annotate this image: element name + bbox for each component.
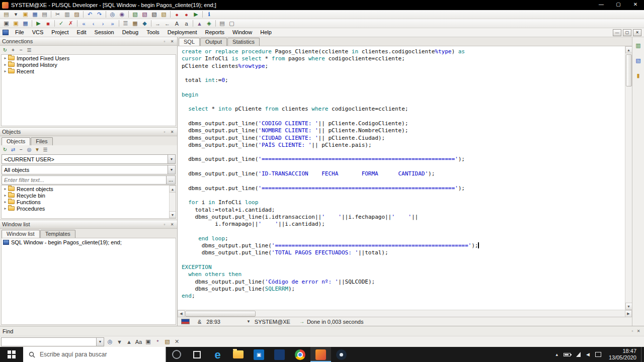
- collapse-node-icon[interactable]: −: [17, 46, 25, 54]
- commit-icon[interactable]: ✓: [56, 20, 66, 28]
- session-window-icon[interactable]: ▣: [2, 20, 11, 28]
- open-file-icon[interactable]: ▣: [11, 20, 21, 28]
- tab-files[interactable]: Files: [31, 137, 52, 145]
- prior-record-icon[interactable]: ‹: [89, 20, 98, 28]
- refresh-icon[interactable]: ↻: [1, 146, 9, 153]
- execute-icon[interactable]: ▶: [34, 20, 43, 28]
- chevron-right-icon[interactable]: ▸: [3, 187, 8, 191]
- window-close-button[interactable]: ✕: [627, 0, 644, 10]
- menu-item-tools[interactable]: Tools: [142, 28, 164, 37]
- connections-tree[interactable]: ▸Imported Fixed Users▸Imported History▸R…: [1, 54, 176, 126]
- tree-item-procedures[interactable]: ▸Procedures: [2, 205, 176, 212]
- compile-icon[interactable]: ▲: [195, 20, 204, 28]
- new-test-window-icon[interactable]: ▧: [159, 11, 169, 19]
- unindent-icon[interactable]: ←: [163, 20, 172, 28]
- menu-item-reports[interactable]: Reports: [201, 28, 229, 37]
- save-icon[interactable]: ▦: [30, 11, 40, 19]
- scroll-down-icon[interactable]: ▼: [169, 211, 176, 218]
- chevron-right-icon[interactable]: ▸: [3, 69, 8, 73]
- regex-icon[interactable]: *: [153, 338, 163, 346]
- find-icon[interactable]: ◎: [108, 11, 117, 19]
- scrollbar-thumb[interactable]: [185, 311, 256, 317]
- cut-icon[interactable]: ✂: [53, 11, 62, 19]
- undo-icon[interactable]: ↶: [85, 11, 95, 19]
- menu-item-help[interactable]: Help: [256, 28, 276, 37]
- debug-icon[interactable]: ◈: [204, 20, 214, 28]
- mdi-minimize-button[interactable]: —: [613, 29, 621, 36]
- chevron-right-icon[interactable]: ▸: [3, 206, 8, 211]
- tab-window-list[interactable]: Window list: [2, 230, 40, 238]
- store-icon[interactable]: ▣: [249, 347, 269, 362]
- taskbar-search[interactable]: Escribe aquí para buscar: [23, 347, 166, 362]
- pin-icon[interactable]: ▫: [162, 130, 168, 134]
- new-sql-window-icon[interactable]: ▧: [130, 11, 140, 19]
- explain-plan-icon[interactable]: ◆: [140, 20, 149, 28]
- sql-window-menu-icon[interactable]: [3, 30, 9, 35]
- find-object-icon[interactable]: ◎: [25, 146, 33, 153]
- tab-objects[interactable]: Objects: [2, 137, 30, 145]
- window-maximize-button[interactable]: ▢: [610, 0, 627, 10]
- objects-scrollbar[interactable]: ▲ ▼: [169, 186, 176, 218]
- last-record-icon[interactable]: »: [108, 20, 117, 28]
- find-text-combobox[interactable]: ▼: [1, 337, 104, 346]
- tab-output[interactable]: Output: [200, 38, 227, 46]
- copy-icon[interactable]: ▥: [62, 11, 72, 19]
- objects-settings-icon[interactable]: ☰: [41, 146, 49, 153]
- scroll-right-icon[interactable]: ▶: [625, 310, 632, 317]
- pin-icon[interactable]: ▫: [162, 222, 168, 227]
- lowercase-icon[interactable]: a: [182, 20, 191, 28]
- macro-play-icon[interactable]: ▶: [191, 11, 201, 19]
- chevron-right-icon[interactable]: ▸: [3, 62, 8, 67]
- menu-item-vcs[interactable]: VCS: [28, 28, 48, 37]
- macro-record-icon[interactable]: ●: [172, 11, 182, 19]
- menu-item-project[interactable]: Project: [47, 28, 72, 37]
- scroll-down-icon[interactable]: ▼: [625, 303, 632, 310]
- pin-icon[interactable]: ▫: [162, 39, 168, 44]
- chrome-icon[interactable]: [290, 347, 310, 362]
- break-icon[interactable]: ■: [43, 20, 53, 28]
- describe-icon[interactable]: ☰: [121, 20, 130, 28]
- connections-settings-icon[interactable]: ☰: [25, 46, 33, 54]
- cortana-icon[interactable]: [166, 347, 187, 362]
- network-icon[interactable]: [576, 352, 581, 357]
- menu-item-session[interactable]: Session: [91, 28, 118, 37]
- session-dropdown-icon[interactable]: ▼: [247, 319, 251, 324]
- horizontal-scrollbar[interactable]: ◀ ▶: [178, 310, 632, 317]
- file-explorer-icon[interactable]: [228, 347, 249, 362]
- next-record-icon[interactable]: ›: [98, 20, 108, 28]
- hidden-icons-chevron-icon[interactable]: ▴: [555, 352, 558, 357]
- find-next-icon[interactable]: ◎: [105, 338, 115, 346]
- print-icon[interactable]: ▤: [40, 11, 49, 19]
- refresh-icon[interactable]: ↻: [1, 46, 9, 54]
- new-command-window-icon[interactable]: ▧: [149, 11, 159, 19]
- tree-item-recent-objects[interactable]: ▸Recent objects: [2, 186, 176, 192]
- save-file-icon[interactable]: ▦: [21, 20, 30, 28]
- window-minimize-button[interactable]: —: [593, 0, 610, 10]
- redo-icon[interactable]: ↷: [95, 11, 104, 19]
- search-up-icon[interactable]: ▲: [124, 338, 134, 346]
- split-editor-icon[interactable]: ▥: [634, 41, 643, 49]
- layout-icon[interactable]: ▢: [227, 20, 236, 28]
- indent-icon[interactable]: →: [153, 20, 163, 28]
- battery-icon[interactable]: [564, 353, 571, 356]
- menu-item-deployment[interactable]: Deployment: [164, 28, 201, 37]
- tab-statistics[interactable]: Statistics: [227, 38, 260, 46]
- macro-stop-icon[interactable]: ●: [182, 11, 191, 19]
- code-editor[interactable]: create or replace procedure Pagos_Client…: [178, 46, 625, 310]
- first-record-icon[interactable]: «: [79, 20, 89, 28]
- scroll-up-icon[interactable]: ▲: [625, 46, 632, 53]
- close-find-icon[interactable]: ✕: [172, 338, 182, 346]
- highlight-all-icon[interactable]: ▧: [163, 338, 172, 346]
- close-icon[interactable]: ✕: [169, 130, 175, 134]
- whole-word-icon[interactable]: ▣: [143, 338, 153, 346]
- paste-icon[interactable]: ▨: [72, 11, 82, 19]
- rollback-icon[interactable]: ✗: [66, 20, 75, 28]
- scroll-up-icon[interactable]: ▲: [169, 186, 176, 193]
- task-view-icon[interactable]: [187, 347, 207, 362]
- close-icon[interactable]: ✕: [169, 222, 175, 227]
- vertical-scrollbar[interactable]: ▲ ▼: [625, 46, 632, 310]
- bookmark-icon[interactable]: ▮: [634, 71, 643, 79]
- app-icon[interactable]: [269, 347, 290, 362]
- filter-icon[interactable]: ▼: [33, 146, 41, 153]
- filter-input[interactable]: [2, 175, 167, 185]
